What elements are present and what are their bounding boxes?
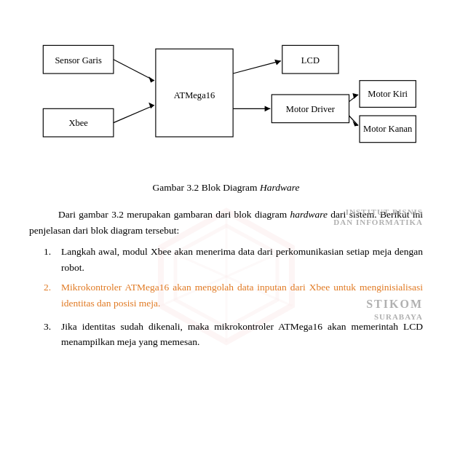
stikom-watermark: STIKOM SURABAYA <box>366 297 423 322</box>
svg-marker-13 <box>148 76 154 83</box>
list-num-1: 1. <box>44 244 61 275</box>
svg-line-12 <box>114 60 154 81</box>
diagram-caption: Gambar 3.2 Blok Diagram Hardware <box>29 182 423 194</box>
svg-line-22 <box>349 116 359 126</box>
svg-marker-15 <box>148 103 154 109</box>
surabaya-line: SURABAYA <box>366 312 423 322</box>
motor-kanan-label: Motor Kanan <box>363 124 413 134</box>
sensor-garis-label: Sensor Garis <box>55 55 102 66</box>
svg-line-16 <box>233 61 281 74</box>
caption-text: Gambar 3.2 Blok Diagram <box>153 182 260 193</box>
list-container: 1. Langkah awal, modul Xbee akan menerim… <box>44 244 423 350</box>
list-content-3: Jika identitas sudah dikenali, maka mikr… <box>61 319 423 350</box>
list-item-3: 3. Jika identitas sudah dikenali, maka m… <box>44 319 423 350</box>
atmega-label: ATMega16 <box>174 90 215 100</box>
xbee-label: Xbee <box>68 118 88 128</box>
motor-kiri-label: Motor Kiri <box>368 89 408 99</box>
list-content-1: Langkah awal, modul Xbee akan menerima d… <box>61 244 423 275</box>
caption-italic: Hardware <box>260 182 300 193</box>
inst-line1: INSTITUT BISNIS <box>333 207 423 217</box>
institute-watermark: INSTITUT BISNIS DAN INFORMATIKA <box>333 207 423 228</box>
inst-line2: DAN INFORMATIKA <box>333 217 423 227</box>
motor-driver-label: Motor Driver <box>286 104 336 114</box>
list-item-1: 1. Langkah awal, modul Xbee akan menerim… <box>44 244 423 275</box>
page-content: Sensor Garis Xbee ATMega16 LCD Motor Dri… <box>0 0 452 369</box>
svg-marker-19 <box>265 106 271 111</box>
lcd-label: LCD <box>301 55 320 66</box>
list-num-2: 2. <box>44 279 61 311</box>
stikom-line: STIKOM <box>366 297 423 312</box>
svg-marker-23 <box>352 121 358 127</box>
svg-line-14 <box>114 105 154 122</box>
list-num-3: 3. <box>44 319 61 350</box>
block-diagram-svg: Sensor Garis Xbee ATMega16 LCD Motor Dri… <box>29 15 423 175</box>
diagram-area: Sensor Garis Xbee ATMega16 LCD Motor Dri… <box>29 15 423 175</box>
